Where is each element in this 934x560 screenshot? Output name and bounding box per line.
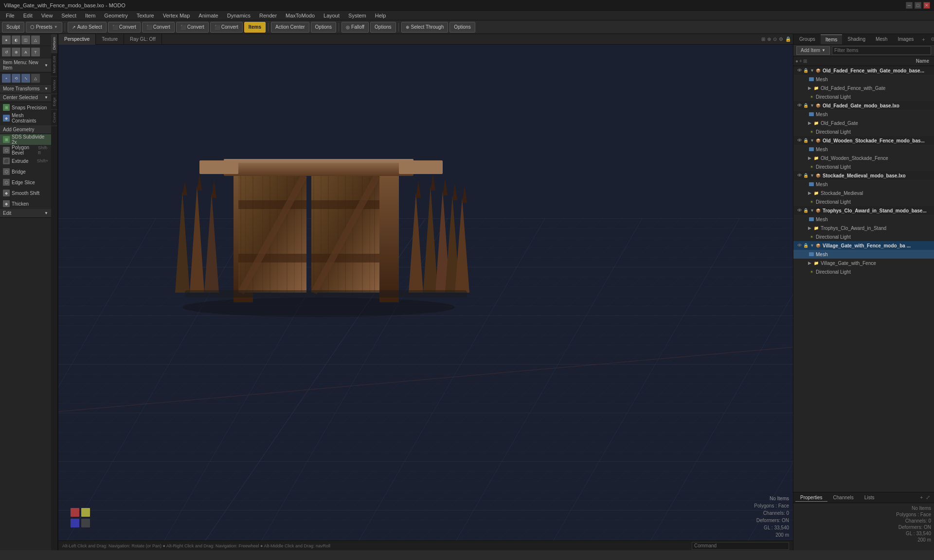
dir-light-4[interactable]: ☀ Directional Light [793, 197, 934, 206]
snaps-precision-button[interactable]: ⊞ Snaps Precision [0, 102, 51, 113]
convert-button-4[interactable]: ⬛ Convert [210, 22, 243, 33]
sculpt-button[interactable]: Sculpt [2, 22, 24, 33]
convert-button-3[interactable]: ⬛ Convert [176, 22, 209, 33]
edge-tab[interactable]: Edge [51, 94, 57, 110]
scene-item-1[interactable]: 👁 🔒 ▼ 📦 Old_Faded_Fence_with_Gate_modo_b… [793, 66, 934, 75]
vp-icon-3[interactable]: ⊙ [773, 36, 777, 42]
menu-dynamics[interactable]: Dynamics [223, 11, 254, 20]
extrude-button[interactable]: ⬛ Extrude Shift+ [0, 156, 51, 166]
lock-icon-6[interactable]: 🔒 [803, 243, 810, 248]
scene-item-6[interactable]: 👁 🔒 ▼ 📦 Village_Gate_with_Fence_modo_ba … [793, 241, 934, 250]
convert-button-2[interactable]: ⬛ Convert [142, 22, 175, 33]
options-button-3[interactable]: Options [449, 22, 475, 33]
vp-icon-2[interactable]: ⊕ [767, 36, 771, 42]
tree-icon-2[interactable]: + [799, 58, 802, 64]
item-menu-dropdown[interactable]: Item Menu: New Item ▼ [0, 58, 51, 72]
command-input[interactable] [692, 542, 789, 550]
filter-items-input[interactable] [832, 46, 931, 55]
texture-tab[interactable]: Texture [96, 34, 124, 45]
scene-item-4[interactable]: 👁 🔒 ▼ 📦 Stockade_Medieval_modo_base.lxo [793, 171, 934, 180]
bridge-button[interactable]: ⬡ Bridge [0, 166, 51, 177]
faded-gate-item[interactable]: ▶ 📁 Old_Faded_Gate [793, 119, 934, 127]
menu-render[interactable]: Render [255, 11, 281, 20]
mesh-edit-tab[interactable]: Mesh Edit [51, 53, 57, 77]
menu-select[interactable]: Select [57, 11, 80, 20]
expand-icon[interactable]: ⤢ [924, 494, 932, 501]
transform-icon-1[interactable]: + [2, 74, 11, 83]
mesh-item-3[interactable]: Mesh [793, 145, 934, 154]
tab-settings-icon[interactable]: ⚙ [929, 36, 934, 42]
smooth-shift-button[interactable]: ◆ Smooth Shift [0, 188, 51, 198]
tool-icon-4[interactable]: △ [31, 35, 40, 44]
dir-light-5[interactable]: ☀ Directional Light [793, 232, 934, 241]
lock-icon-2[interactable]: 🔒 [803, 103, 810, 108]
menu-edit[interactable]: Edit [19, 11, 36, 20]
tree-icon-1[interactable]: ● [795, 58, 798, 64]
menu-geometry[interactable]: Geometry [100, 11, 131, 20]
raygl-tab[interactable]: Ray GL: Off [124, 34, 162, 45]
lock-icon-4[interactable]: 🔒 [803, 173, 810, 178]
eye-icon-4[interactable]: 👁 [795, 173, 803, 178]
presets-button[interactable]: ⬡ Presets ▼ [26, 22, 62, 33]
properties-settings-icon[interactable]: + [920, 495, 923, 500]
dir-light-1[interactable]: ☀ Directional Light [793, 92, 934, 101]
mesh-item-5[interactable]: Mesh [793, 215, 934, 224]
more-transforms-dropdown[interactable]: More Transforms ▼ [0, 85, 51, 93]
thicken-button[interactable]: ◆ Thicken [0, 198, 51, 209]
perspective-tab[interactable]: Perspective [58, 34, 96, 45]
menu-animate[interactable]: Animate [195, 11, 222, 20]
eye-icon-6[interactable]: 👁 [795, 243, 803, 248]
scene-item-5[interactable]: 👁 🔒 ▼ 📦 Trophys_Clo_Award_in_Stand_modo_… [793, 206, 934, 215]
groups-tab[interactable]: Groups [794, 35, 820, 44]
add-item-button[interactable]: Add Item ▼ [796, 46, 830, 55]
tool-icon-6[interactable]: ⊕ [12, 48, 20, 56]
add-geometry-dropdown[interactable]: Add Geometry [0, 125, 51, 134]
mesh-item-1[interactable]: Mesh [793, 75, 934, 84]
vp-icon-4[interactable]: ⚙ [779, 36, 783, 42]
menu-vertex-map[interactable]: Vertex Map [159, 11, 194, 20]
mesh-item-2[interactable]: Mesh [793, 110, 934, 119]
channels-tab[interactable]: Channels [828, 494, 859, 501]
tool-icon-7[interactable]: A [21, 48, 30, 56]
medieval-item[interactable]: ▶ 📁 Stockade_Medieval [793, 189, 934, 197]
tree-icon-3[interactable]: ⊞ [803, 58, 807, 64]
vertex-tab[interactable]: Vertex [51, 77, 57, 94]
dir-light-3[interactable]: ☀ Directional Light [793, 162, 934, 171]
menu-maxtomodo[interactable]: MaxToModo [282, 11, 319, 20]
options-button-1[interactable]: Options [311, 22, 336, 33]
viewport-canvas[interactable]: No Items Polygons : Face Channels: 0 Def… [58, 45, 793, 541]
trophy-item[interactable]: ▶ 📁 Trophys_Clo_Award_in_Stand [793, 224, 934, 232]
edit-dropdown[interactable]: Edit ▼ [0, 209, 51, 218]
convert-button-1[interactable]: ⬛ Convert [108, 22, 141, 33]
scene-item-2[interactable]: 👁 🔒 ▼ 📦 Old_Faded_Gate_modo_base.lxo [793, 101, 934, 110]
lock-icon-5[interactable]: 🔒 [803, 208, 810, 213]
center-selected-dropdown[interactable]: Center Selected ▼ [0, 93, 51, 102]
close-button[interactable]: ✕ [923, 2, 930, 9]
eye-icon-5[interactable]: 👁 [795, 208, 803, 213]
mesh-item-4[interactable]: Mesh [793, 180, 934, 189]
add-tab-button[interactable]: + [919, 36, 928, 42]
vp-icon-5[interactable]: 🔒 [785, 36, 791, 42]
fence-gate-item[interactable]: ▶ 📁 Old_Faded_Fence_with_Gate [793, 84, 934, 92]
falloff-button[interactable]: ◎ Falloff [341, 22, 369, 33]
transform-icon-2[interactable]: ⟲ [12, 74, 20, 83]
scene-item-3[interactable]: 👁 🔒 ▼ 📦 Old_Wooden_Stockade_Fence_modo_b… [793, 136, 934, 145]
sds-subdivide-button[interactable]: ⊞ SDS Subdivide 2x [0, 134, 51, 145]
mesh-constraints-button[interactable]: ◆ Mesh Constraints [0, 113, 51, 123]
eye-icon-2[interactable]: 👁 [795, 103, 803, 108]
vp-icon-1[interactable]: ⊞ [761, 36, 765, 42]
stockade-item[interactable]: ▶ 📁 Old_Wooden_Stockade_Fence [793, 154, 934, 162]
tool-icon-1[interactable]: ● [2, 35, 11, 44]
maximize-button[interactable]: □ [915, 2, 921, 9]
auto-select-button[interactable]: ↗ Auto Select [68, 22, 107, 33]
select-through-button[interactable]: ⊕ Select Through [401, 22, 449, 33]
menu-system[interactable]: System [344, 11, 370, 20]
mesh-tab[interactable]: Mesh [871, 35, 892, 44]
menu-texture[interactable]: Texture [133, 11, 158, 20]
action-center-button[interactable]: Action Center [271, 22, 309, 33]
shading-tab[interactable]: Shading [843, 35, 870, 44]
lock-icon-1[interactable]: 🔒 [803, 68, 810, 73]
menu-item[interactable]: Item [81, 11, 99, 20]
eye-icon-3[interactable]: 👁 [795, 138, 803, 143]
tool-icon-8[interactable]: T [31, 48, 40, 56]
